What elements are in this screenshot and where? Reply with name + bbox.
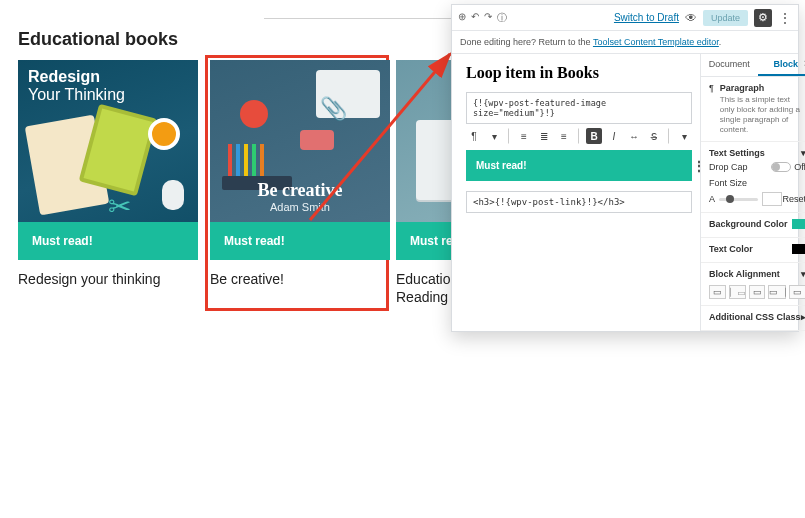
chevron-down-icon[interactable]: ▾: [486, 128, 502, 144]
card-thumbnail: Redesign Your Thinking ✂ Must read!: [18, 60, 198, 260]
paperclip-icon: 📎: [320, 96, 347, 122]
shortcode-block[interactable]: {!{wpv-post-featured-image size="medium"…: [466, 92, 692, 124]
strike-icon[interactable]: S̶: [646, 128, 662, 144]
loop-heading: Loop item in Books: [466, 64, 692, 82]
bg-color-heading[interactable]: Background Color: [709, 219, 788, 229]
editor-canvas[interactable]: Loop item in Books {!{wpv-post-featured-…: [452, 54, 700, 331]
align-wide-icon[interactable]: ▭: [789, 285, 805, 299]
editor-sidebar: Document Block × ¶ Paragraph This is a s…: [700, 54, 805, 331]
preview-icon[interactable]: 👁: [685, 11, 697, 25]
card-title: Be creative!: [210, 270, 384, 288]
more-menu-icon[interactable]: ⋮: [778, 11, 792, 25]
align-right-icon[interactable]: ≡: [556, 128, 572, 144]
settings-icon[interactable]: ⚙: [754, 9, 772, 27]
more-format-icon[interactable]: ▾: [676, 128, 692, 144]
block-type-desc: This is a simple text only block for add…: [720, 95, 805, 135]
block-format-toolbar: ¶ ▾ ≡ ≣ ≡ B I ↔ S̶ ▾: [466, 128, 692, 144]
align-right-icon[interactable]: ▭⎹: [768, 285, 786, 299]
font-letter: A: [709, 194, 715, 204]
info-icon[interactable]: ⓘ: [497, 11, 507, 25]
switch-to-draft-link[interactable]: Switch to Draft: [614, 12, 679, 23]
hero-subtitle: Adam Smith: [210, 201, 390, 213]
undo-icon[interactable]: ↶: [471, 11, 479, 25]
drop-cap-state: Off: [794, 162, 805, 172]
redo-icon[interactable]: ↷: [484, 11, 492, 25]
editor-window: ⊕ ↶ ↷ ⓘ Switch to Draft 👁 Update ⚙ ⋮ Don…: [451, 4, 799, 332]
font-size-label: Font Size: [709, 178, 805, 188]
drop-cap-toggle[interactable]: [771, 162, 791, 172]
bold-icon[interactable]: B: [586, 128, 602, 144]
text-color-swatch[interactable]: [792, 244, 805, 254]
align-center-icon[interactable]: ≣: [536, 128, 552, 144]
drop-cap-label: Drop Cap: [709, 162, 748, 172]
block-type-label: Paragraph: [720, 83, 805, 93]
block-options-icon[interactable]: ⋮: [692, 158, 706, 174]
html-block[interactable]: <h3>{!{wpv-post-link}!}</h3>: [466, 191, 692, 213]
tab-document[interactable]: Document: [701, 54, 758, 76]
overlay-subtitle: Your Thinking: [28, 86, 125, 104]
tab-block[interactable]: Block: [758, 54, 806, 76]
card-redesign[interactable]: Redesign Your Thinking ✂ Must read! Rede…: [18, 60, 198, 306]
font-size-input[interactable]: [762, 192, 782, 206]
toolset-template-link[interactable]: Toolset Content Template editor: [593, 37, 719, 47]
reset-button[interactable]: Reset: [782, 194, 805, 204]
additional-css-heading[interactable]: Additional CSS Class: [709, 312, 801, 322]
card-title: Redesign your thinking: [18, 270, 198, 288]
card-be-creative[interactable]: 📎 Be creative Adam Smith Must read! Be c…: [207, 57, 387, 309]
block-alignment-heading[interactable]: Block Alignment: [709, 269, 780, 279]
paragraph-icon: ¶: [709, 83, 714, 135]
pilcrow-icon[interactable]: ¶: [466, 128, 482, 144]
paragraph-block[interactable]: Must read! ⋮: [466, 150, 692, 181]
text-settings-heading[interactable]: Text Settings: [709, 148, 765, 158]
add-block-icon[interactable]: ⊕: [458, 11, 466, 25]
must-read-band: Must read!: [18, 222, 198, 260]
text-color-heading[interactable]: Text Color: [709, 244, 753, 254]
chevron-right-icon[interactable]: ▸: [801, 312, 805, 322]
align-left-icon[interactable]: ⎸▭: [729, 285, 746, 299]
chevron-down-icon[interactable]: ▾: [801, 269, 805, 279]
overlay-title: Redesign: [28, 68, 100, 86]
update-button[interactable]: Update: [703, 10, 748, 26]
editor-notice: Done editing here? Return to the Toolset…: [452, 31, 798, 54]
link-icon[interactable]: ↔: [626, 128, 642, 144]
font-size-slider[interactable]: [719, 198, 758, 201]
editor-toolbar: ⊕ ↶ ↷ ⓘ Switch to Draft 👁 Update ⚙ ⋮: [452, 5, 798, 31]
align-left-icon[interactable]: ≡: [516, 128, 532, 144]
align-none-icon[interactable]: ▭: [709, 285, 726, 299]
chevron-down-icon[interactable]: ▾: [801, 148, 805, 158]
must-read-band: Must read!: [210, 222, 390, 260]
hero-title: Be creative: [210, 180, 390, 201]
scissors-icon: ✂: [108, 190, 131, 223]
align-center-icon[interactable]: ▭: [749, 285, 766, 299]
bg-color-swatch[interactable]: [792, 219, 805, 229]
italic-icon[interactable]: I: [606, 128, 622, 144]
card-thumbnail: 📎 Be creative Adam Smith Must read!: [210, 60, 390, 260]
